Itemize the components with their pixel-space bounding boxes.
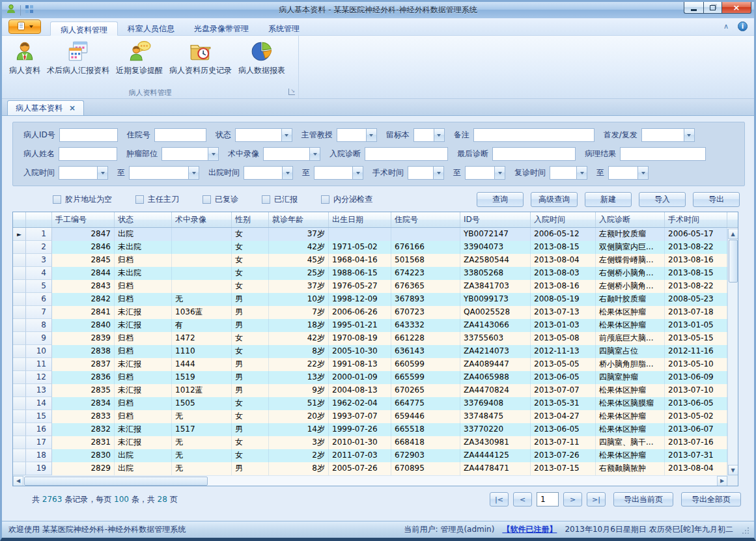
filter-select[interactable] bbox=[413, 128, 445, 142]
column-header-2[interactable]: 状态 bbox=[115, 212, 172, 227]
column-header-8[interactable]: ID号 bbox=[460, 212, 531, 227]
table-row[interactable]: 62842归档无男10岁1998-12-09367893YB0099173200… bbox=[13, 293, 738, 306]
filter-checkbox-3[interactable]: 已复诊 bbox=[203, 194, 238, 205]
filter-select[interactable] bbox=[129, 166, 199, 180]
table-row[interactable]: 42844未出院女25岁1988-06-15674223338052682013… bbox=[13, 267, 738, 280]
table-row[interactable]: 182830出院无女2岁2011-07-03672903ZA4444125201… bbox=[13, 449, 738, 462]
column-header-11[interactable]: 手术时间 bbox=[665, 212, 727, 227]
collapse-ribbon-icon[interactable]: ∧ bbox=[723, 23, 729, 30]
ribbon-tab-2[interactable]: 科室人员信息 bbox=[118, 21, 184, 35]
column-header-10[interactable]: 入院诊断 bbox=[596, 212, 665, 227]
table-row[interactable]: 52843归档女37岁1976-05-27676365ZA38417032013… bbox=[13, 280, 738, 293]
filter-select[interactable] bbox=[465, 166, 505, 180]
filter-checkbox-1[interactable]: 胶片地址为空 bbox=[53, 194, 112, 205]
previous-page-button[interactable]: < bbox=[513, 492, 532, 506]
column-header-1[interactable]: 手工编号 bbox=[52, 212, 115, 227]
table-row[interactable]: 72841未汇报1036蓝男7岁2006-06-26670723QA002552… bbox=[13, 306, 738, 319]
column-header-6[interactable]: 出生日期 bbox=[329, 212, 391, 227]
scroll-down-icon[interactable]: ▼ bbox=[728, 465, 738, 475]
scroll-right-icon[interactable]: ▶ bbox=[717, 476, 727, 486]
dropdown-button[interactable] bbox=[281, 129, 292, 141]
advanced-query-button[interactable]: 高级查询 bbox=[531, 192, 578, 207]
vertical-scrollbar[interactable]: ▲ ▼ bbox=[727, 229, 738, 475]
close-tab-icon[interactable]: × bbox=[69, 104, 76, 112]
filter-input[interactable] bbox=[492, 147, 576, 161]
dropdown-button[interactable] bbox=[366, 129, 376, 141]
dropdown-button[interactable] bbox=[282, 167, 292, 179]
filter-checkbox-5[interactable]: 内分泌检查 bbox=[321, 194, 372, 205]
next-page-button[interactable]: > bbox=[563, 492, 582, 506]
application-menu-button[interactable] bbox=[8, 20, 41, 34]
dropdown-button[interactable] bbox=[352, 167, 363, 179]
filter-input[interactable] bbox=[365, 147, 448, 161]
dropdown-button[interactable] bbox=[208, 148, 218, 160]
export-all-pages-button[interactable]: 导出全部页 bbox=[681, 492, 741, 506]
dropdown-button[interactable] bbox=[188, 167, 199, 179]
table-row[interactable]: ►12847出院女37岁YB00721472006-05-12左额叶胶质瘤200… bbox=[13, 228, 738, 241]
dropdown-button[interactable] bbox=[684, 129, 694, 141]
software-registered-link[interactable]: 【软件已注册】 bbox=[502, 524, 557, 535]
filter-select[interactable] bbox=[641, 128, 695, 142]
dialog-launcher-icon[interactable]: ↘ bbox=[288, 89, 295, 95]
table-row[interactable]: 112837未汇报1444男22岁1991-08-13660599ZA40894… bbox=[13, 358, 738, 371]
table-row[interactable]: 192829出院无男8岁2005-07-26670895ZA4478471201… bbox=[13, 462, 738, 475]
table-row[interactable]: 132835未汇报1012蓝男9岁2004-08-13670265ZA44708… bbox=[13, 384, 738, 397]
ribbon-button-2[interactable]: 术后病人汇报资料 bbox=[44, 38, 113, 77]
scroll-up-icon[interactable]: ▲ bbox=[728, 229, 738, 239]
table-row[interactable]: 92839归档1472女42岁1970-08-19661228337556032… bbox=[13, 332, 738, 345]
resize-grip[interactable] bbox=[745, 530, 746, 531]
import-button[interactable]: 导入 bbox=[639, 192, 686, 207]
filter-select[interactable] bbox=[608, 166, 649, 180]
ribbon-tab-1[interactable]: 病人资料管理 bbox=[50, 21, 118, 36]
new-button[interactable]: 新建 bbox=[585, 192, 632, 207]
ribbon-button-1[interactable]: 病人资料 bbox=[6, 38, 44, 77]
table-row[interactable]: 82840未汇报有男18岁1995-01-21643332ZA414306620… bbox=[13, 319, 738, 332]
dropdown-button[interactable] bbox=[576, 167, 587, 179]
filter-select[interactable] bbox=[314, 166, 363, 180]
first-page-button[interactable]: |< bbox=[490, 492, 509, 506]
table-row[interactable]: 102838归档1110女8岁2005-10-30636143ZA4214073… bbox=[13, 345, 738, 358]
table-row[interactable]: 162832未汇报1517男14岁1999-07-266655183377022… bbox=[13, 423, 738, 436]
filter-input[interactable] bbox=[473, 128, 595, 142]
ribbon-button-3[interactable]: 近期复诊提醒 bbox=[113, 38, 166, 77]
filter-checkbox-4[interactable]: 已汇报 bbox=[262, 194, 298, 205]
horizontal-scrollbar-thumb[interactable] bbox=[24, 477, 208, 486]
filter-input[interactable] bbox=[59, 147, 117, 161]
minimize-button[interactable] bbox=[684, 2, 703, 14]
ribbon-button-4[interactable]: 病人资料历史记录 bbox=[166, 38, 235, 77]
document-tab-patient-basic-info[interactable]: 病人基本资料 × bbox=[7, 100, 84, 115]
filter-input[interactable] bbox=[620, 147, 706, 161]
filter-select[interactable] bbox=[337, 128, 377, 142]
column-header-9[interactable]: 入院时间 bbox=[531, 212, 596, 227]
info-icon[interactable]: i bbox=[738, 21, 748, 31]
table-row[interactable]: 122836归档1519男13岁2000-01-09665599ZA406598… bbox=[13, 371, 738, 384]
column-header-7[interactable]: 住院号 bbox=[391, 212, 460, 227]
filter-select[interactable] bbox=[263, 147, 320, 161]
dropdown-button[interactable] bbox=[433, 167, 443, 179]
horizontal-scrollbar[interactable]: ◀ ▶ bbox=[13, 475, 727, 486]
dropdown-button[interactable] bbox=[637, 167, 648, 179]
ribbon-button-5[interactable]: 病人数据报表 bbox=[235, 38, 288, 77]
dropdown-button[interactable] bbox=[309, 148, 320, 160]
filter-select[interactable] bbox=[244, 166, 293, 180]
filter-select[interactable] bbox=[408, 166, 444, 180]
dropdown-button[interactable] bbox=[97, 167, 107, 179]
column-header-5[interactable]: 就诊年龄 bbox=[269, 212, 329, 227]
maximize-button[interactable] bbox=[703, 2, 721, 14]
filter-select[interactable] bbox=[161, 147, 219, 161]
table-row[interactable]: 32845归档女45岁1968-04-16501568ZA25805442013… bbox=[13, 254, 738, 267]
filter-input[interactable] bbox=[154, 128, 206, 142]
filter-select[interactable] bbox=[550, 166, 587, 180]
filter-select[interactable] bbox=[235, 128, 292, 142]
column-header-3[interactable]: 术中录像 bbox=[172, 212, 232, 227]
last-page-button[interactable]: >| bbox=[587, 492, 606, 506]
customize-toolbar-icon[interactable] bbox=[25, 4, 34, 16]
dropdown-button[interactable] bbox=[434, 129, 444, 141]
table-row[interactable]: 22846未出院女42岁1971-05-02676166339040732013… bbox=[13, 241, 738, 254]
column-header-4[interactable]: 性别 bbox=[232, 212, 269, 227]
close-button[interactable]: × bbox=[721, 2, 751, 14]
table-row[interactable]: 172831未汇报无女3岁2010-01-30668418ZA343098120… bbox=[13, 436, 738, 449]
ribbon-tab-4[interactable]: 系统管理 bbox=[259, 21, 309, 35]
export-button[interactable]: 导出 bbox=[693, 192, 740, 207]
filter-select[interactable] bbox=[59, 166, 108, 180]
